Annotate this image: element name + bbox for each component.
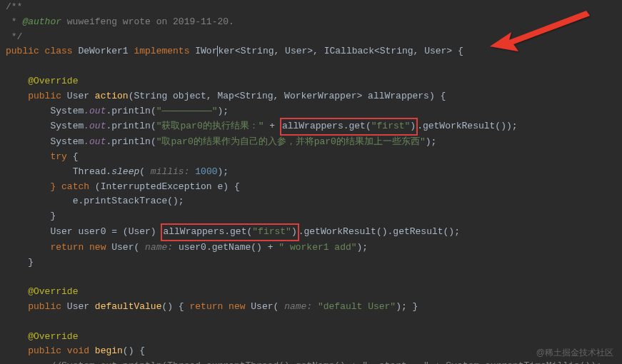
string-dash: "—————————" — [156, 106, 218, 116]
user0-post: .getWorkResult().getResult(); — [299, 226, 460, 237]
generics-2: <String, User> { — [374, 46, 463, 56]
watermark-text: @稀土掘金技术社区 — [536, 346, 613, 360]
sys: System — [50, 106, 84, 116]
override-annotation: @Override — [28, 76, 78, 86]
generics-1: <String, User>, — [235, 46, 324, 56]
hint-name: name: — [145, 242, 179, 253]
method-sig: (String object, Map<String, WorkerWrappe… — [129, 91, 446, 101]
hint-millis: millis: — [151, 166, 195, 177]
ret-type: User — [67, 91, 95, 101]
method-defaultValue: defaultValue — [95, 301, 162, 312]
commented-code: //System.out.println(Thread.currentThrea… — [50, 360, 601, 364]
kw-catch: } — [50, 181, 61, 192]
highlight-2: allWrappers.get("first") — [161, 224, 298, 241]
kw-implements: implements — [134, 46, 195, 56]
doc-line: * — [6, 16, 22, 27]
author-tag: @author — [22, 16, 61, 27]
class-name: DeWorker1 — [78, 46, 134, 56]
user0-pre: User user0 = (User) — [50, 226, 161, 237]
author-text: wuweifeng wrote on 2019-11-20. — [61, 16, 234, 27]
doc-comment-close: */ — [6, 31, 22, 42]
kw-class: class — [45, 46, 79, 56]
code-editor[interactable]: /** * @author wuweifeng wrote on 2019-11… — [6, 0, 622, 364]
highlight-1: allWrappers.get("first") — [281, 118, 417, 135]
kw-return: return new — [50, 242, 111, 253]
printstack: e.printStackTrace(); — [73, 196, 184, 206]
string-cn2: "取par0的结果作为自己的入参，并将par0的结果加上一些东西" — [156, 136, 426, 147]
doc-comment-open: /** — [6, 1, 22, 12]
kw-public: public — [6, 46, 45, 56]
method-action: action — [95, 91, 129, 101]
type-iworker: IWorker — [195, 46, 235, 56]
num-1000: 1000 — [195, 166, 217, 177]
kw-try: try — [50, 151, 72, 162]
string-cn1: "获取par0的执行结果：" — [156, 121, 264, 131]
out-field: .out — [84, 106, 106, 116]
string-default: "default User" — [318, 301, 396, 312]
method-begin: begin — [95, 345, 123, 356]
getworkresult: .getWorkResult()); — [417, 121, 517, 131]
string-add: " worker1 add" — [279, 242, 356, 253]
thread-sleep: Thread — [73, 166, 106, 177]
kw-public: public — [28, 91, 67, 101]
println: println — [111, 106, 151, 116]
catch-sig: (InterruptedException e) { — [95, 181, 240, 192]
override-annotation: @Override — [28, 331, 78, 342]
type-icallback: ICallback — [324, 46, 374, 56]
override-annotation: @Override — [28, 286, 78, 297]
